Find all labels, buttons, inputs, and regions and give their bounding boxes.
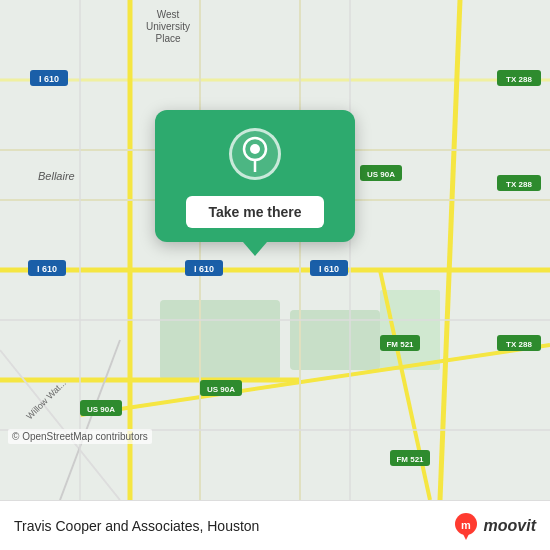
map-view: I 610 I 610 I 610 I 610 US 90A TX 288 TX…: [0, 0, 550, 500]
place-name: Travis Cooper and Associates, Houston: [14, 518, 259, 534]
svg-rect-1: [160, 300, 280, 380]
moovit-brand-text: moovit: [484, 517, 536, 535]
svg-text:FM 521: FM 521: [396, 455, 424, 464]
svg-marker-54: [462, 532, 470, 540]
svg-text:I 610: I 610: [194, 264, 214, 274]
svg-text:US 90A: US 90A: [367, 170, 395, 179]
map-svg: I 610 I 610 I 610 I 610 US 90A TX 288 TX…: [0, 0, 550, 500]
moovit-logo: m moovit: [452, 512, 536, 540]
copyright-text: © OpenStreetMap contributors: [8, 429, 152, 444]
svg-text:m: m: [461, 519, 471, 531]
moovit-brand-icon: m: [452, 512, 480, 540]
svg-text:TX 288: TX 288: [506, 180, 532, 189]
location-popup: Take me there: [155, 110, 355, 242]
svg-text:US 90A: US 90A: [207, 385, 235, 394]
svg-text:Place: Place: [155, 33, 180, 44]
location-icon-circle: [229, 128, 281, 180]
svg-text:TX 288: TX 288: [506, 340, 532, 349]
svg-text:I 610: I 610: [39, 74, 59, 84]
svg-text:I 610: I 610: [319, 264, 339, 274]
svg-rect-2: [290, 310, 380, 370]
svg-text:FM 521: FM 521: [386, 340, 414, 349]
bottom-bar: Travis Cooper and Associates, Houston m …: [0, 500, 550, 550]
svg-text:US 90A: US 90A: [87, 405, 115, 414]
svg-text:Bellaire: Bellaire: [38, 170, 75, 182]
svg-point-51: [250, 144, 260, 154]
location-pin-icon: [240, 136, 270, 172]
take-me-there-button[interactable]: Take me there: [186, 196, 323, 228]
svg-rect-0: [0, 0, 550, 500]
svg-text:University: University: [146, 21, 190, 32]
svg-text:I 610: I 610: [37, 264, 57, 274]
svg-text:West: West: [157, 9, 180, 20]
svg-text:TX 288: TX 288: [506, 75, 532, 84]
